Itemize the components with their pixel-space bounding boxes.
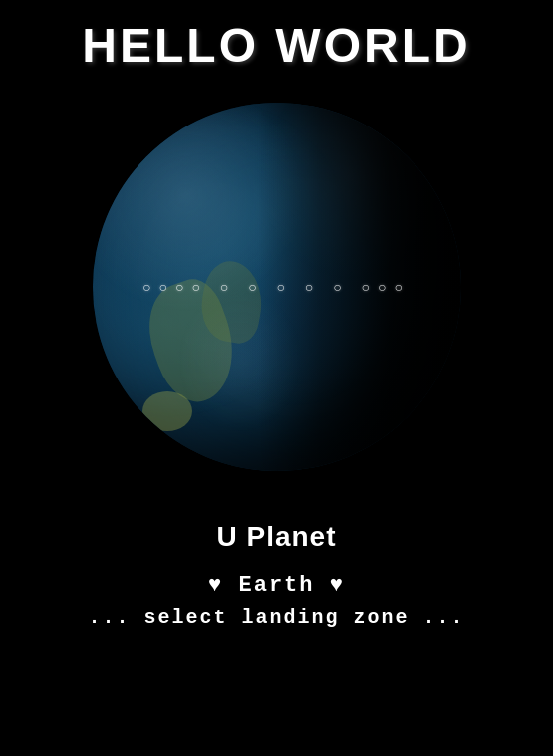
latitude-indicator: ○○○○ ○ ○ ○ ○ ○ ○○○ [93,278,461,296]
planet-display: ○○○○ ○ ○ ○ ○ ○ ○○○ [93,103,461,471]
latitude-dots: ○○○○ ○ ○ ○ ○ ○ ○○○ [142,279,411,295]
bottom-info: U Planet ♥ Earth ♥ ... select landing zo… [88,521,464,629]
planet-name-label: U Planet [216,521,336,553]
earth-label: ♥ Earth ♥ [208,573,345,598]
select-zone-label[interactable]: ... select landing zone ... [88,606,464,629]
page-title: HELLO WORLD [82,18,470,73]
